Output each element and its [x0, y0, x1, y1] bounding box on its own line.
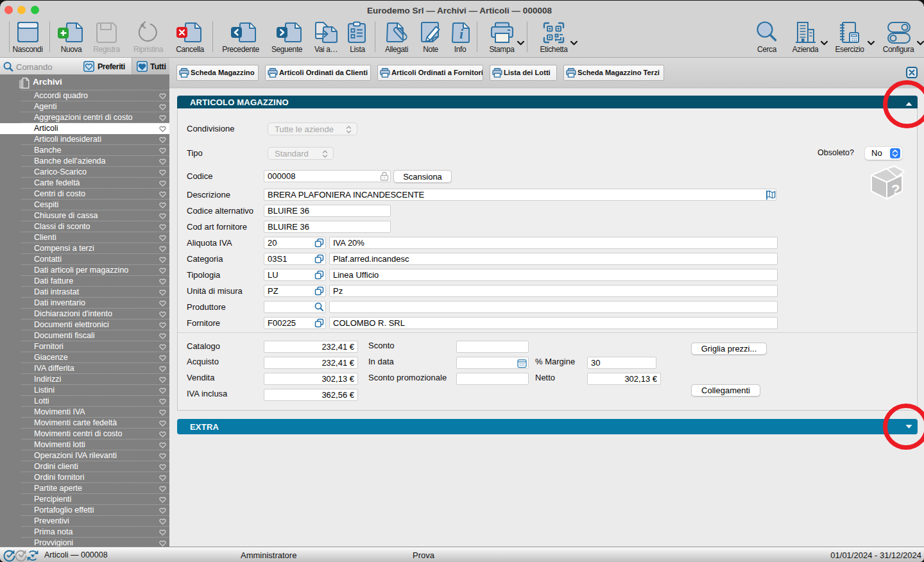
svg-text:?: ? — [891, 182, 900, 198]
svg-text:i: i — [459, 26, 464, 42]
